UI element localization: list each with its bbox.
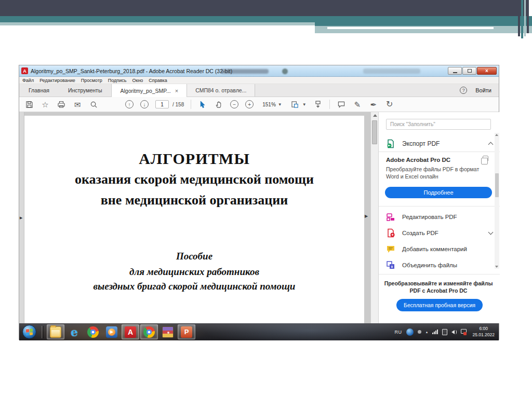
zoom-out-icon[interactable]: − xyxy=(230,100,238,108)
favorites-star-icon[interactable]: ☆ xyxy=(41,100,50,109)
taskbar-chrome2-button[interactable] xyxy=(140,324,158,339)
menu-help[interactable]: Справка xyxy=(149,78,167,83)
zoom-level-value: 151% xyxy=(262,102,276,107)
tray-document-icon[interactable] xyxy=(442,329,447,335)
scroll-down-icon[interactable] xyxy=(495,266,498,268)
add-comment-item[interactable]: Добавить комментарий xyxy=(379,241,500,257)
chevron-down-icon[interactable]: ▼ xyxy=(302,102,307,107)
search-input[interactable] xyxy=(386,119,491,130)
panel-expand-icon[interactable]: ▶ xyxy=(365,214,368,218)
nav-pane-strip[interactable]: ▶ xyxy=(19,112,24,323)
comment-icon[interactable] xyxy=(337,100,346,109)
menu-window[interactable]: Окно xyxy=(132,78,143,83)
taskbar-grip xyxy=(42,326,44,338)
menu-file[interactable]: Файл xyxy=(22,78,34,83)
action-center-flag-icon[interactable] xyxy=(461,329,466,335)
document-scrollbar[interactable] xyxy=(370,112,378,323)
taskbar-powerpoint-button[interactable]: P xyxy=(178,324,195,339)
deco-vstripe xyxy=(518,0,520,36)
network-icon[interactable] xyxy=(432,330,438,334)
combine-files-item[interactable]: Объединить файлы xyxy=(379,257,500,273)
taskbar-explorer-button[interactable] xyxy=(47,324,64,339)
maximize-button[interactable] xyxy=(462,67,476,75)
doc-subtitle-line3: выездных бригад скорой медицинской помощ… xyxy=(24,281,364,292)
taskbar-clock[interactable]: 6:00 25.01.2022 xyxy=(472,326,495,338)
divider xyxy=(379,206,500,207)
help-icon[interactable]: ? xyxy=(460,87,467,94)
previous-page-icon[interactable]: ↑ xyxy=(125,100,134,108)
language-indicator[interactable]: RU xyxy=(395,330,402,335)
doc-title-line1: АЛГОРИТМЫ xyxy=(24,150,364,168)
search-icon[interactable] xyxy=(89,100,98,109)
tray-app-icon[interactable] xyxy=(418,330,421,334)
ink-signature-icon[interactable]: ✒ xyxy=(369,100,378,109)
create-pdf-item[interactable]: Создать PDF xyxy=(379,225,500,241)
export-pdf-row[interactable]: Экспорт PDF xyxy=(379,135,500,152)
chevron-down-icon[interactable] xyxy=(488,229,494,235)
doc-title-line3: вне медицинской организации xyxy=(24,193,364,208)
email-icon[interactable]: ✉ xyxy=(73,100,82,109)
sign-in-button[interactable]: Войти xyxy=(475,87,491,93)
taskbar-media-player-button[interactable]: ▶ xyxy=(103,324,121,339)
taskbar-chrome-button[interactable] xyxy=(84,324,102,339)
tab-document-active[interactable]: Algoritmy_po_SMP... × xyxy=(111,84,187,97)
free-trial-button[interactable]: Бесплатная пробная версия xyxy=(396,299,483,311)
menu-view[interactable]: Просмотр xyxy=(81,78,102,83)
hand-tool-icon[interactable] xyxy=(214,100,223,109)
tab-tools[interactable]: Инструменты xyxy=(59,84,111,97)
zoom-level-select[interactable]: 151% ▼ xyxy=(260,101,284,108)
deco-white-line xyxy=(327,27,494,29)
edit-pdf-item[interactable]: Редактировать PDF xyxy=(379,209,500,225)
explorer-icon xyxy=(50,326,61,338)
chevron-up-icon[interactable] xyxy=(488,142,494,147)
windows-taskbar: e ▶ A P RU xyxy=(19,323,499,340)
doc-title-line2: оказания скорой медицинской помощи xyxy=(24,172,364,187)
tools-panel: Экспорт PDF Adobe Acrobat Pro DC Преобра… xyxy=(378,112,500,323)
show-hidden-icons[interactable]: ▲ xyxy=(425,331,429,334)
deco-vstripe xyxy=(527,0,529,33)
tab-document-2[interactable]: СМП84 о. отравле... xyxy=(187,84,255,97)
save-icon[interactable] xyxy=(24,100,34,109)
acrobat-pro-title: Adobe Acrobat Pro DC xyxy=(386,157,450,163)
details-button[interactable]: Подробнее xyxy=(385,187,492,198)
create-pdf-icon xyxy=(386,228,395,238)
send-rotate-icon[interactable]: ↻ xyxy=(385,100,394,109)
deco-bar-teal-left xyxy=(0,16,315,22)
minimize-button[interactable] xyxy=(448,67,462,75)
close-button[interactable]: × xyxy=(477,67,497,75)
acrobat-icon: A xyxy=(125,326,136,338)
add-comment-label: Добавить комментарий xyxy=(402,246,467,252)
winrar-icon xyxy=(162,326,174,338)
taskbar-acrobat-button[interactable]: A xyxy=(122,324,139,339)
menu-sign[interactable]: Подпись xyxy=(108,78,127,83)
clock-time: 6:00 xyxy=(472,326,495,332)
scrollbar-thumb[interactable] xyxy=(495,173,499,197)
taskbar-ie-button[interactable]: e xyxy=(65,324,83,339)
scrollbar-thumb[interactable] xyxy=(372,120,377,144)
fill-sign-pen-icon[interactable]: ✎ xyxy=(353,100,362,109)
page-number-input[interactable]: 1 xyxy=(155,100,169,108)
copy-icon[interactable] xyxy=(483,156,488,161)
volume-icon[interactable] xyxy=(451,330,457,334)
taskbar-winrar-button[interactable] xyxy=(159,324,177,339)
nav-expand-icon[interactable]: ▶ xyxy=(20,216,22,220)
tray-app-icon[interactable] xyxy=(406,328,414,336)
clock-date: 25.01.2022 xyxy=(472,332,495,338)
menu-bar: Файл Редактирование Просмотр Подпись Окн… xyxy=(19,77,499,84)
scrolling-mode-icon[interactable] xyxy=(313,100,323,109)
tab-close-icon[interactable]: × xyxy=(175,88,178,94)
scroll-up-icon[interactable] xyxy=(495,134,498,136)
page-view-icon[interactable] xyxy=(291,100,300,109)
window-titlebar[interactable]: A Algoritmy_po_SMP_Sankt-Peterburg_2018.… xyxy=(19,65,499,77)
blurred-dot xyxy=(282,68,288,74)
panel-scrollbar[interactable] xyxy=(495,133,499,269)
next-page-icon[interactable]: ↓ xyxy=(140,100,149,108)
select-tool-icon[interactable] xyxy=(198,100,207,109)
tab-home[interactable]: Главная xyxy=(19,84,59,97)
menu-edit[interactable]: Редактирование xyxy=(39,78,75,83)
scroll-up-icon[interactable] xyxy=(373,114,377,117)
print-icon[interactable] xyxy=(57,100,66,109)
start-button[interactable] xyxy=(22,325,36,339)
zoom-in-icon[interactable]: + xyxy=(245,100,254,108)
chrome-icon xyxy=(143,326,155,338)
